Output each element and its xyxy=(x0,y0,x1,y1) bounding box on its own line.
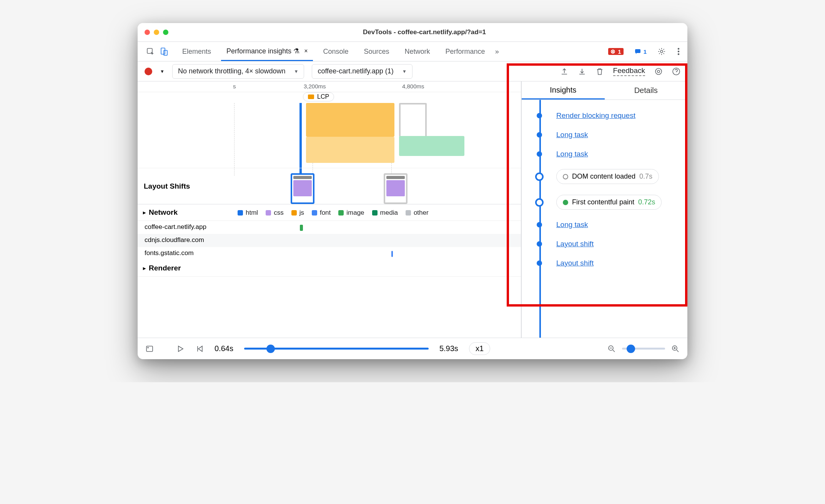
record-button[interactable] xyxy=(145,68,152,75)
layout-shifts-row: Layout Shifts xyxy=(138,168,521,204)
record-menu-caret[interactable]: ▼ xyxy=(160,69,165,74)
rewind-start-icon[interactable] xyxy=(195,345,204,353)
feedback-link[interactable]: Feedback xyxy=(613,66,645,76)
svg-point-6 xyxy=(678,51,679,52)
layout-shift-thumbnail[interactable] xyxy=(291,173,314,204)
target-dropdown[interactable]: coffee-cart.netlify.app (1)▼ xyxy=(312,64,412,79)
svg-point-9 xyxy=(655,68,662,75)
layout-shift-thumbnail[interactable] xyxy=(384,173,408,204)
throttling-dropdown[interactable]: No network throttling, 4× slowdown▼ xyxy=(172,64,304,79)
insight-link[interactable]: Layout shift xyxy=(556,259,594,267)
network-legend: html css js font image media other xyxy=(238,209,429,217)
play-icon[interactable] xyxy=(176,345,185,353)
timeline[interactable]: s 3,200ms 4,800ms LCP Layout Shifts xyxy=(138,81,521,204)
timeline-node-icon xyxy=(537,151,542,157)
minimize-window-button[interactable] xyxy=(154,30,159,35)
network-host[interactable]: cdnjs.cloudflare.com xyxy=(138,234,521,247)
download-icon[interactable] xyxy=(578,67,586,76)
insights-toolbar: ▼ No network throttling, 4× slowdown▼ co… xyxy=(138,61,687,81)
metric-label: First contentful paint xyxy=(572,198,634,206)
tab-performance-insights[interactable]: Performance insights ⚗× xyxy=(221,42,313,61)
devtools-window: DevTools - coffee-cart.netlify.app/?ad=1… xyxy=(138,23,687,359)
insights-panel-tabs: Insights Details xyxy=(522,81,687,100)
time-tick: s xyxy=(233,83,236,90)
insights-list[interactable]: Render blocking requestLong taskLong tas… xyxy=(522,100,687,338)
tab-insights[interactable]: Insights xyxy=(522,81,605,99)
insight-link[interactable]: Layout shift xyxy=(556,240,594,248)
insights-panel: ❮ Insights Details Render blocking reque… xyxy=(521,81,687,338)
insight-link[interactable]: Render blocking request xyxy=(556,111,635,119)
lcp-marker[interactable]: LCP xyxy=(303,92,334,101)
tab-console[interactable]: Console xyxy=(318,42,354,61)
zoom-in-icon[interactable] xyxy=(671,345,680,353)
tab-network[interactable]: Network xyxy=(399,42,436,61)
renderer-section-header[interactable]: Renderer xyxy=(138,260,521,277)
timeline-node-icon xyxy=(537,222,542,227)
timeline-node-icon xyxy=(535,198,544,207)
tab-elements[interactable]: Elements xyxy=(177,42,216,61)
svg-point-7 xyxy=(678,54,679,55)
timeline-block[interactable] xyxy=(306,103,394,137)
maximize-window-button[interactable] xyxy=(163,30,168,35)
window-title: DevTools - coffee-cart.netlify.app/?ad=1 xyxy=(168,28,680,36)
timeline-pane: s 3,200ms 4,800ms LCP Layout Shifts xyxy=(138,81,521,338)
main-content: s 3,200ms 4,800ms LCP Layout Shifts xyxy=(138,81,687,338)
insight-item[interactable]: DOM content loaded0.7s xyxy=(539,164,680,189)
insight-metric-pill[interactable]: DOM content loaded0.7s xyxy=(556,169,659,184)
insight-item[interactable]: Long task xyxy=(539,125,680,144)
zoom-out-icon[interactable] xyxy=(607,345,616,353)
timeline-block[interactable] xyxy=(399,103,427,137)
svg-point-8 xyxy=(657,70,660,73)
tab-sources[interactable]: Sources xyxy=(359,42,395,61)
svg-point-5 xyxy=(678,48,679,50)
titlebar: DevTools - coffee-cart.netlify.app/?ad=1 xyxy=(138,23,687,41)
time-tick: 4,800ms xyxy=(402,83,424,90)
time-ruler: s 3,200ms 4,800ms xyxy=(138,81,521,92)
insight-link[interactable]: Long task xyxy=(556,150,588,158)
insight-link[interactable]: Long task xyxy=(556,220,588,229)
panel-settings-icon[interactable] xyxy=(654,67,663,76)
devtools-tabs: Elements Performance insights ⚗× Console… xyxy=(138,41,687,61)
network-host[interactable]: fonts.gstatic.com xyxy=(138,247,521,260)
zoom-slider[interactable] xyxy=(622,348,665,350)
insight-item[interactable]: Render blocking request xyxy=(539,106,680,125)
metric-value: 0.72s xyxy=(638,198,655,206)
upload-icon[interactable] xyxy=(560,67,569,76)
insight-item[interactable]: Long task xyxy=(539,144,680,164)
insight-item[interactable]: First contentful paint0.72s xyxy=(539,189,680,215)
insight-item[interactable]: Layout shift xyxy=(539,234,680,254)
help-icon[interactable] xyxy=(672,67,680,76)
svg-point-4 xyxy=(660,50,663,53)
playback-speed[interactable]: x1 xyxy=(469,342,490,355)
trash-icon[interactable] xyxy=(595,67,604,76)
tab-details[interactable]: Details xyxy=(605,81,688,99)
insight-item[interactable]: Layout shift xyxy=(539,254,680,273)
insight-link[interactable]: Long task xyxy=(556,131,588,139)
playback-slider[interactable] xyxy=(244,348,429,350)
svg-rect-3 xyxy=(635,49,640,53)
error-count-badge[interactable]: ⊗ 1 xyxy=(608,48,623,55)
kebab-menu-icon[interactable] xyxy=(674,47,683,56)
tabs-overflow[interactable]: » xyxy=(495,48,499,56)
message-count-badge[interactable]: 1 xyxy=(632,48,649,55)
close-tab-icon[interactable]: × xyxy=(304,48,308,55)
metric-label: DOM content loaded xyxy=(572,172,635,181)
timeline-block[interactable] xyxy=(306,137,394,163)
inspect-icon[interactable] xyxy=(146,47,155,56)
svg-rect-2 xyxy=(164,50,167,55)
screenshot-toggle-icon[interactable] xyxy=(145,345,154,353)
close-window-button[interactable] xyxy=(145,30,150,35)
insight-item[interactable]: Long task xyxy=(539,215,680,234)
device-toggle-icon[interactable] xyxy=(160,47,168,56)
timeline-node-icon xyxy=(537,241,542,247)
timeline-block[interactable] xyxy=(399,136,464,156)
network-section: Network html css js font image media oth… xyxy=(138,204,521,277)
playback-end-time: 5.93s xyxy=(439,344,458,353)
insight-metric-pill[interactable]: First contentful paint0.72s xyxy=(556,195,662,210)
timeline-tracks xyxy=(138,103,521,176)
settings-gear-icon[interactable] xyxy=(657,47,666,56)
playback-start-time: 0.64s xyxy=(215,344,233,353)
tab-performance[interactable]: Performance xyxy=(440,42,491,61)
network-host[interactable]: coffee-cart.netlify.app xyxy=(138,221,521,234)
timeline-node-icon xyxy=(537,260,542,266)
